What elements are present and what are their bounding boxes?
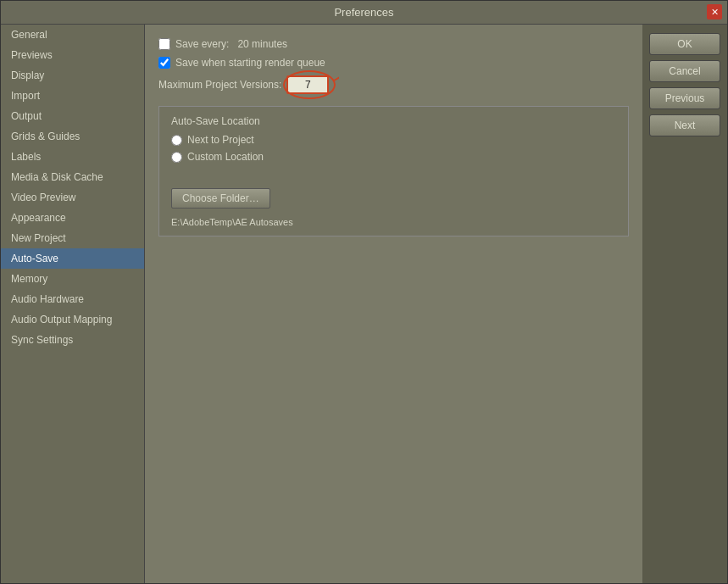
dialog-title: Preferences: [334, 6, 393, 19]
custom-location-label: Custom Location: [187, 151, 264, 163]
main-content: Save every: 20 minutes Save when startin…: [145, 25, 642, 583]
next-to-project-label: Next to Project: [187, 134, 254, 146]
sidebar-item-audio-output-mapping[interactable]: Audio Output Mapping: [1, 309, 144, 330]
cancel-button[interactable]: Cancel: [649, 60, 720, 82]
version-wrapper: [286, 75, 329, 94]
custom-location-row: Custom Location: [171, 151, 616, 163]
save-path: E:\AdobeTemp\AE Autosaves: [171, 217, 616, 227]
svg-line-1: [334, 73, 339, 81]
choose-folder-button[interactable]: Choose Folder…: [171, 188, 270, 209]
save-every-checkbox[interactable]: [158, 38, 170, 50]
save-every-value: 20 minutes: [237, 38, 287, 50]
auto-save-location-group: Auto-Save Location Next to Project Custo…: [158, 106, 629, 236]
title-bar: Preferences ✕: [1, 1, 727, 25]
sidebar: GeneralPreviewsDisplayImportOutputGrids …: [1, 25, 145, 583]
sidebar-item-memory[interactable]: Memory: [1, 269, 144, 289]
sidebar-item-video-preview[interactable]: Video Preview: [1, 187, 144, 208]
sidebar-item-media-disk-cache[interactable]: Media & Disk Cache: [1, 167, 144, 187]
sidebar-item-import[interactable]: Import: [1, 86, 144, 106]
sidebar-item-labels[interactable]: Labels: [1, 147, 144, 167]
sidebar-item-sync-settings[interactable]: Sync Settings: [1, 330, 144, 350]
auto-save-location-label: Auto-Save Location: [171, 115, 616, 127]
sidebar-item-output[interactable]: Output: [1, 106, 144, 126]
preferences-dialog: Preferences ✕ GeneralPreviewsDisplayImpo…: [0, 0, 728, 584]
save-render-checkbox[interactable]: [158, 57, 170, 69]
save-render-label: Save when starting render queue: [175, 57, 325, 69]
next-to-project-row: Next to Project: [171, 134, 616, 146]
custom-location-radio[interactable]: [171, 152, 182, 163]
next-button[interactable]: Next: [649, 114, 720, 136]
close-button[interactable]: ✕: [707, 4, 722, 19]
sidebar-item-auto-save[interactable]: Auto-Save: [1, 248, 144, 269]
previous-button[interactable]: Previous: [649, 87, 720, 109]
save-every-label: Save every:: [175, 38, 229, 50]
sidebar-item-display[interactable]: Display: [1, 65, 144, 86]
buttons-panel: OK Cancel Previous Next: [642, 25, 727, 583]
ok-button[interactable]: OK: [649, 33, 720, 55]
sidebar-item-new-project[interactable]: New Project: [1, 228, 144, 248]
sidebar-item-general[interactable]: General: [1, 25, 144, 45]
content-area: GeneralPreviewsDisplayImportOutputGrids …: [1, 25, 727, 583]
sidebar-item-previews[interactable]: Previews: [1, 45, 144, 65]
max-versions-row: Maximum Project Versions:: [158, 75, 629, 94]
sidebar-item-grids-guides[interactable]: Grids & Guides: [1, 126, 144, 147]
next-to-project-radio[interactable]: [171, 135, 182, 146]
save-every-row: Save every: 20 minutes: [158, 38, 629, 50]
sidebar-item-audio-hardware[interactable]: Audio Hardware: [1, 289, 144, 309]
max-versions-label: Maximum Project Versions:: [158, 79, 281, 91]
sidebar-item-appearance[interactable]: Appearance: [1, 208, 144, 228]
max-versions-input[interactable]: [286, 75, 329, 94]
save-render-row: Save when starting render queue: [158, 57, 629, 69]
